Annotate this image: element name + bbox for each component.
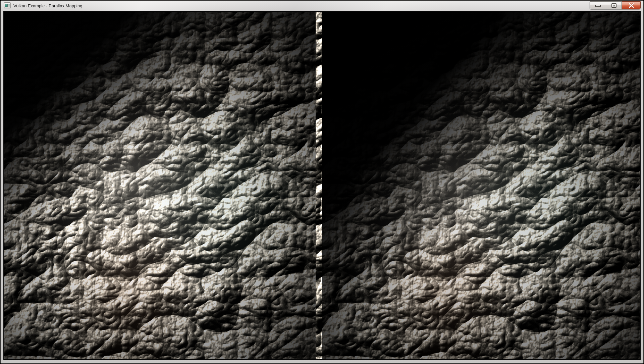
- maximize-button[interactable]: [606, 1, 622, 9]
- window-title: Vulkan Example - Parallax Mapping: [13, 1, 82, 11]
- app-icon[interactable]: [4, 2, 11, 8]
- app-window: Vulkan Example - Parallax Mapping: [0, 0, 644, 364]
- render-pane-right: [322, 12, 640, 359]
- close-button[interactable]: [622, 1, 641, 9]
- pane-split-line: [322, 12, 322, 359]
- maximize-square-icon: [611, 3, 616, 8]
- app-icon-detail: [8, 4, 10, 5]
- app-icon-detail: [8, 5, 10, 6]
- app-icon-detail: [8, 6, 10, 7]
- close-x-icon: [629, 3, 634, 8]
- window-controls: [590, 1, 641, 9]
- minimize-button[interactable]: [590, 1, 606, 9]
- pane-dim-layer: [322, 12, 640, 359]
- minimize-bar-icon: [595, 5, 601, 7]
- render-pane-left: [4, 12, 322, 359]
- background-void-layer: [4, 12, 322, 359]
- render-canvas[interactable]: [4, 12, 640, 359]
- app-icon-teal-pane: [5, 4, 8, 7]
- titlebar[interactable]: Vulkan Example - Parallax Mapping: [1, 1, 643, 11]
- render-viewport[interactable]: [3, 11, 641, 360]
